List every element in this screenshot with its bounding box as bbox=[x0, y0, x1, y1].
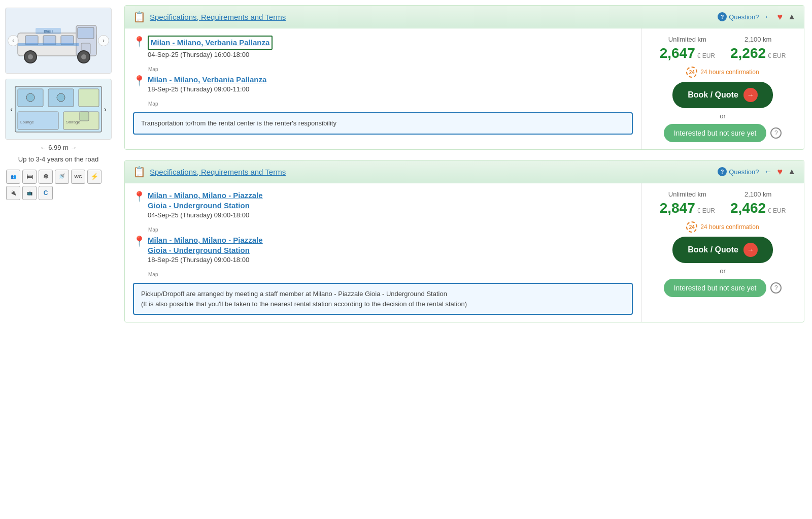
limited-label-1: 2,100 km bbox=[730, 36, 786, 43]
listing-right-2: Unlimited km 2,847 € EUR 2,100 km 2,462 … bbox=[641, 183, 804, 322]
question-btn-2[interactable]: ? Question? bbox=[718, 167, 759, 176]
book-label-1: Book / Quote bbox=[688, 90, 738, 100]
heart-icon-1[interactable]: ♥ bbox=[777, 12, 783, 22]
vehicle-length: ← 6.99 m → bbox=[5, 144, 112, 151]
pickup-row-2: 📍 Milan - Milano, Milano - Piazzale Gioi… bbox=[133, 190, 633, 219]
listing-left-1: 📍 Milan - Milano, Verbania Pallanza 04-S… bbox=[125, 28, 641, 149]
pickup-info-2: Milan - Milano, Milano - Piazzale Gioia … bbox=[148, 190, 263, 219]
share-icon-1[interactable]: ← bbox=[764, 12, 772, 21]
limited-price-container-1: 2,262 € EUR bbox=[730, 45, 786, 61]
pickup-info-1: Milan - Milano, Verbania Pallanza 04-Sep… bbox=[148, 36, 273, 58]
unlimited-price-container-2: 2,847 € EUR bbox=[660, 200, 715, 216]
interested-button-2[interactable]: Interested but not sure yet bbox=[664, 279, 767, 297]
pickup-map-label-2: Map bbox=[148, 227, 158, 233]
header-actions-2: ? Question? ← ♥ ▲ bbox=[718, 167, 796, 177]
confirmation-circle-2: 24 bbox=[686, 221, 697, 233]
dropoff-map-label-2: Map bbox=[148, 272, 158, 277]
image-next-arrow[interactable]: › bbox=[98, 35, 109, 46]
dropoff-link-2[interactable]: Milan - Milano, Milano - Piazzale Gioia … bbox=[148, 235, 263, 255]
tv-icon: 📺 bbox=[22, 186, 37, 200]
pickup-date-1: 04-Sep-25 (Thursday) 16:00-18:00 bbox=[148, 51, 273, 58]
dropoff-date-1: 18-Sep-25 (Thursday) 09:00-11:00 bbox=[148, 85, 266, 93]
people-icon: 👥 bbox=[6, 170, 20, 184]
listing-body-2: 📍 Milan - Milano, Milano - Piazzale Gioi… bbox=[125, 183, 804, 322]
sidebar: ‹ bbox=[0, 0, 117, 519]
vehicle-age: Up to 3-4 years on the road bbox=[5, 154, 112, 165]
interested-button-1[interactable]: Interested but not sure yet bbox=[664, 124, 767, 142]
interested-container-1: Interested but not sure yet ? bbox=[664, 124, 782, 142]
listing-header-left-2: 📋 Specifications, Requirements and Terms bbox=[133, 166, 286, 178]
unlimited-price-2: 2,847 bbox=[660, 200, 695, 216]
dropoff-date-2: 18-Sep-25 (Thursday) 09:00-18:00 bbox=[148, 256, 263, 264]
beds-icon: 🛏 bbox=[22, 170, 37, 184]
usb-icon: 🔌 bbox=[6, 186, 20, 200]
content-area: 📋 Specifications, Requirements and Terms… bbox=[117, 0, 812, 519]
pickup-link-1[interactable]: Milan - Milano, Verbania Pallanza bbox=[148, 36, 273, 50]
svg-text:Lounge: Lounge bbox=[20, 120, 34, 124]
dropoff-row-2: 📍 Milan - Milano, Milano - Piazzale Gioi… bbox=[133, 235, 633, 264]
category-icon: C bbox=[39, 186, 53, 200]
book-button-2[interactable]: Book / Quote → bbox=[672, 237, 773, 263]
interested-container-2: Interested but not sure yet ? bbox=[664, 279, 782, 297]
image-prev-arrow[interactable]: ‹ bbox=[8, 35, 19, 46]
question-icon-2: ? bbox=[718, 167, 727, 176]
limited-km-option-2: 2,100 km 2,462 € EUR bbox=[730, 190, 786, 216]
shower-icon: 🚿 bbox=[55, 170, 69, 184]
specs-link-1[interactable]: Specifications, Requirements and Terms bbox=[150, 13, 286, 21]
share-icon-2[interactable]: ← bbox=[764, 167, 772, 176]
limited-price-container-2: 2,462 € EUR bbox=[730, 200, 786, 216]
map-pin-dropoff-2: 📍 bbox=[133, 235, 146, 247]
unlimited-currency-1: € EUR bbox=[697, 52, 715, 59]
book-button-1[interactable]: Book / Quote → bbox=[672, 82, 773, 108]
pickup-link-2[interactable]: Milan - Milano, Milano - Piazzale Gioia … bbox=[148, 190, 263, 210]
dropoff-info-1: Milan - Milano, Verbania Pallanza 18-Sep… bbox=[148, 75, 266, 93]
listing-header-2: 📋 Specifications, Requirements and Terms… bbox=[125, 160, 804, 183]
listing-header-1: 📋 Specifications, Requirements and Terms… bbox=[125, 6, 804, 28]
listing-right-1: Unlimited km 2,647 € EUR 2,100 km 2,262 … bbox=[641, 28, 804, 149]
or-text-2: or bbox=[720, 267, 726, 275]
limited-price-1: 2,262 bbox=[730, 45, 766, 61]
km-options-2: Unlimited km 2,847 € EUR 2,100 km 2,462 … bbox=[652, 190, 794, 216]
transport-note-1: Transportation to/from the rental center… bbox=[133, 112, 633, 135]
limited-currency-2: € EUR bbox=[768, 207, 786, 214]
svg-text:Storage: Storage bbox=[66, 120, 81, 124]
transport-note-2: Pickup/Dropoff are arranged by meeting a… bbox=[133, 283, 633, 315]
question-btn-1[interactable]: ? Question? bbox=[718, 12, 759, 21]
confirmation-text-2: 24 hours confirmation bbox=[700, 223, 759, 231]
listing-body-1: 📍 Milan - Milano, Verbania Pallanza 04-S… bbox=[125, 28, 804, 149]
heart-icon-2[interactable]: ♥ bbox=[777, 167, 783, 177]
svg-rect-2 bbox=[78, 27, 94, 39]
question-icon-1: ? bbox=[718, 12, 727, 21]
collapse-icon-2[interactable]: ▲ bbox=[788, 167, 796, 176]
floor-plan-illustration: Lounge Storage bbox=[13, 84, 104, 135]
dropoff-link-1[interactable]: Milan - Milano, Verbania Pallanza bbox=[148, 75, 266, 85]
book-arrow-1: → bbox=[743, 88, 758, 102]
unlimited-label-2: Unlimited km bbox=[660, 190, 715, 198]
confirmation-text-1: 24 hours confirmation bbox=[700, 69, 759, 76]
limited-currency-1: € EUR bbox=[768, 52, 786, 59]
question-label-2: Question? bbox=[729, 168, 759, 176]
confirmation-badge-1: 24 24 hours confirmation bbox=[686, 67, 759, 78]
floor-plan-image: ‹ Lounge Storage › bbox=[5, 79, 112, 140]
doc-icon-1: 📋 bbox=[133, 11, 146, 23]
confirmation-circle-1: 24 bbox=[686, 67, 697, 78]
vehicle-image: ‹ bbox=[5, 8, 112, 74]
confirmation-badge-2: 24 24 hours confirmation bbox=[686, 221, 759, 233]
dropoff-row-1: 📍 Milan - Milano, Verbania Pallanza 18-S… bbox=[133, 75, 633, 93]
specs-link-2[interactable]: Specifications, Requirements and Terms bbox=[150, 168, 286, 176]
collapse-icon-1[interactable]: ▲ bbox=[788, 12, 796, 21]
pickup-date-2: 04-Sep-25 (Thursday) 09:00-18:00 bbox=[148, 211, 263, 219]
info-icon-1[interactable]: ? bbox=[770, 127, 782, 139]
map-pin-dropoff-1: 📍 bbox=[133, 75, 146, 87]
book-label-2: Book / Quote bbox=[688, 245, 738, 254]
unlimited-km-option-2: Unlimited km 2,847 € EUR bbox=[660, 190, 715, 216]
pickup-map-label-1: Map bbox=[148, 67, 158, 72]
info-icon-2[interactable]: ? bbox=[770, 282, 782, 294]
ac-icon: ❄ bbox=[39, 170, 53, 184]
svg-point-21 bbox=[57, 93, 65, 102]
svg-rect-11 bbox=[18, 43, 79, 46]
listing-header-left-1: 📋 Specifications, Requirements and Terms bbox=[133, 11, 286, 23]
floorplan-next-arrow[interactable]: › bbox=[104, 105, 107, 113]
svg-rect-17 bbox=[79, 89, 99, 107]
unlimited-label-1: Unlimited km bbox=[660, 36, 715, 43]
